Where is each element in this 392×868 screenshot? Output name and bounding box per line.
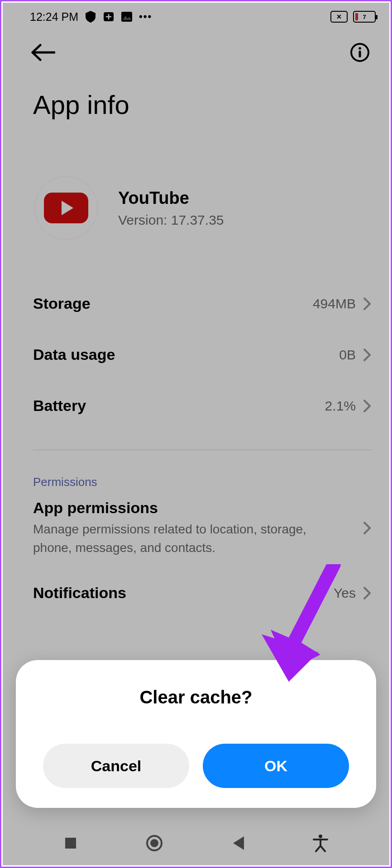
dialog-title: Clear cache? [34, 687, 358, 708]
clear-cache-dialog: Clear cache? Cancel OK [16, 660, 376, 808]
ok-button[interactable]: OK [203, 744, 349, 788]
cancel-button[interactable]: Cancel [43, 744, 189, 788]
